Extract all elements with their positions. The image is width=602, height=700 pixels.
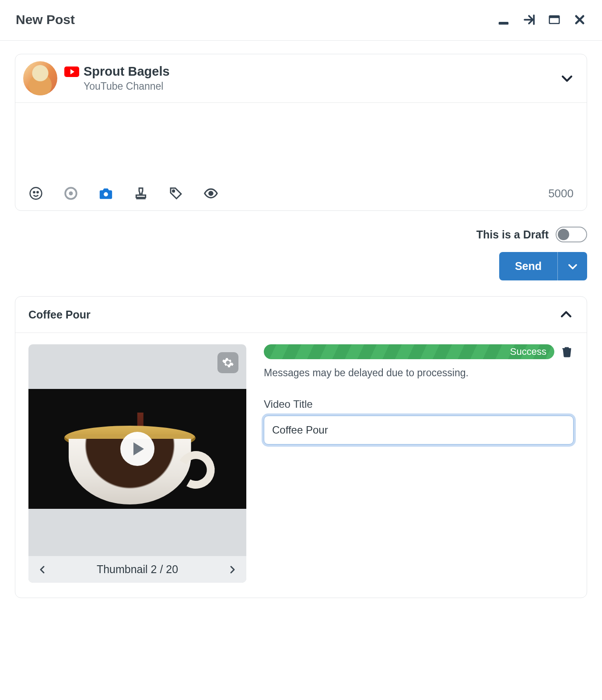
thumbnail-prev-button[interactable]: [36, 564, 49, 576]
stamp-icon[interactable]: [133, 186, 148, 201]
draft-row: This is a Draft: [15, 227, 587, 242]
toggle-knob: [558, 229, 569, 240]
account-selector[interactable]: Sprout Bagels YouTube Channel: [15, 54, 587, 103]
upload-status: Success: [510, 346, 546, 357]
header: New Post: [0, 0, 602, 41]
char-count: 5000: [548, 187, 574, 200]
svg-rect-9: [136, 195, 145, 197]
chevron-down-icon[interactable]: [560, 71, 574, 86]
svg-rect-2: [550, 18, 559, 23]
gear-icon: [222, 357, 234, 369]
upload-progress-row: Success: [264, 344, 574, 359]
chevron-down-icon: [567, 260, 579, 273]
minimize-icon[interactable]: [497, 13, 510, 26]
video-panel-header[interactable]: Coffee Pour: [15, 297, 587, 333]
thumbnail-box: Thumbnail 2 / 20: [28, 344, 246, 583]
svg-point-5: [37, 192, 38, 193]
account-subtitle: YouTube Channel: [84, 80, 553, 92]
draft-toggle[interactable]: [556, 227, 587, 242]
dock-right-icon[interactable]: [522, 13, 536, 26]
account-avatar: [23, 61, 57, 95]
window-icon[interactable]: [548, 13, 561, 26]
camera-icon[interactable]: [98, 186, 113, 201]
send-button[interactable]: Send: [499, 252, 557, 280]
thumbnail-counter: Thumbnail 2 / 20: [97, 563, 178, 576]
target-icon[interactable]: [63, 186, 78, 201]
thumbnail-nav: Thumbnail 2 / 20: [28, 556, 246, 583]
upload-progress-bar: Success: [264, 344, 554, 359]
youtube-icon: [64, 66, 79, 77]
emoji-icon[interactable]: [28, 186, 43, 201]
video-panel-title: Coffee Pour: [28, 308, 91, 321]
send-button-group: Send: [499, 252, 587, 280]
svg-rect-0: [499, 22, 509, 24]
eye-icon[interactable]: [203, 186, 218, 201]
svg-point-12: [209, 192, 213, 196]
svg-point-4: [33, 192, 35, 193]
thumbnail-column: Thumbnail 2 / 20: [28, 344, 246, 583]
compose-card: Sprout Bagels YouTube Channel: [15, 54, 587, 211]
video-meta-column: Success Messages may be delayed due to p…: [264, 344, 574, 444]
delete-video-button[interactable]: [560, 345, 574, 358]
window-controls: [497, 13, 586, 26]
tag-icon[interactable]: [168, 186, 183, 201]
page-title: New Post: [16, 12, 75, 27]
account-name: Sprout Bagels: [84, 64, 170, 79]
svg-point-7: [69, 191, 73, 195]
close-icon[interactable]: [573, 13, 586, 26]
video-panel: Coffee Pour: [15, 296, 587, 598]
video-title-label: Video Title: [264, 398, 574, 410]
trash-icon: [561, 346, 573, 358]
video-title-input[interactable]: [264, 416, 574, 444]
svg-point-8: [104, 192, 108, 196]
play-button[interactable]: [120, 432, 154, 466]
compose-toolbar: 5000: [15, 182, 587, 210]
thumbnail-next-button[interactable]: [226, 564, 238, 576]
svg-point-3: [30, 188, 42, 200]
send-row: Send: [15, 252, 587, 280]
compose-textarea[interactable]: [15, 103, 587, 182]
video-preview: [28, 389, 246, 509]
send-options-button[interactable]: [557, 252, 587, 280]
svg-point-11: [173, 190, 175, 192]
draft-label: This is a Draft: [476, 228, 549, 241]
thumbnail-settings-button[interactable]: [217, 352, 238, 373]
processing-delay-message: Messages may be delayed due to processin…: [264, 367, 574, 379]
account-info: Sprout Bagels YouTube Channel: [64, 64, 553, 92]
chevron-up-icon[interactable]: [559, 307, 574, 322]
